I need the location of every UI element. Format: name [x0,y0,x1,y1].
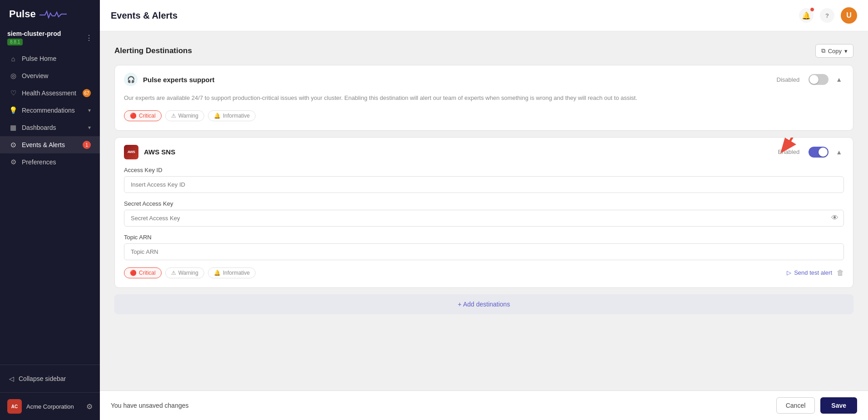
home-icon: ⌂ [9,54,17,63]
cluster-header: siem-cluster-prod 8.8.1 ⋮ [0,26,100,48]
pulse-logo-icon [39,10,67,19]
sidebar-item-pulse-home[interactable]: ⌂ Pulse Home [0,50,100,67]
send-icon: ▷ [787,269,791,276]
company-avatar: AC [7,399,22,414]
collapse-sidebar-button[interactable]: ◁ Collapse sidebar [0,371,100,387]
tag-label: Warning [178,113,198,119]
critical-icon: 🔴 [130,270,137,276]
sidebar-item-label: Overview [22,72,48,79]
tag-label: Critical [139,270,156,276]
user-initial: U [846,11,852,20]
events-alerts-icon: ⊙ [9,141,17,149]
sidebar-item-label: Pulse Home [22,55,56,62]
dest-name: Pulse experts support [143,76,771,84]
alerting-destinations-header: Alerting Destinations ⧉ Copy ▾ [114,44,853,58]
aws-sns-icon: AWS [124,145,138,159]
health-badge: 67 [83,89,91,97]
destination-card-pulse-experts: 🎧 Pulse experts support Disabled ▲ Our e… [114,65,853,131]
critical-icon: 🔴 [130,113,137,119]
tag-informative[interactable]: 🔔 Informative [208,110,256,121]
toggle-password-visibility-icon[interactable]: 👁 [831,214,838,222]
footer-tags: 🔴 Critical ⚠ Warning 🔔 Informative [124,267,256,278]
help-button[interactable]: ? [820,8,834,23]
sidebar-item-label: Dashboards [22,124,56,131]
trash-icon: 🗑 [837,269,844,277]
save-button[interactable]: Save [820,397,857,414]
footer-actions: ▷ Send test alert 🗑 [787,269,844,277]
copy-button[interactable]: ⧉ Copy ▾ [815,44,853,58]
tag-warning[interactable]: ⚠ Warning [165,267,204,278]
cluster-name: siem-cluster-prod [7,30,61,37]
chevron-down-icon: ▾ [88,124,91,131]
tag-label: Informative [223,270,250,276]
destination-card-aws-sns: AWS AWS SNS Enabled ▲ Access Key ID Secr… [114,137,853,288]
tag-label: Critical [139,113,156,119]
collapse-label: Collapse sidebar [19,375,66,382]
dest-description: Our experts are available 24/7 to suppor… [124,94,844,103]
tag-critical[interactable]: 🔴 Critical [124,267,162,278]
sidebar-bottom: ◁ Collapse sidebar [0,365,100,392]
chevron-down-icon: ▾ [88,107,91,114]
main-content: Events & Alerts 🔔 ? U Alerting Destinati… [100,0,868,420]
notifications-button[interactable]: 🔔 [799,8,814,23]
dashboards-icon: ▦ [9,124,17,132]
copy-button-label: Copy [828,48,842,54]
sidebar: Pulse siem-cluster-prod 8.8.1 ⋮ ⌂ Pulse … [0,0,100,420]
sidebar-item-health-assessment[interactable]: ♡ Health Assessment 67 [0,84,100,102]
secret-access-key-input[interactable] [124,210,844,227]
sidebar-item-overview[interactable]: ◎ Overview [0,67,100,84]
enable-toggle-aws-sns[interactable] [809,147,829,158]
alert-tags: 🔴 Critical ⚠ Warning 🔔 Informative [124,110,844,121]
topic-arn-label: Topic ARN [124,234,844,241]
secret-key-wrapper: 👁 [124,210,844,227]
cancel-button[interactable]: Cancel [776,397,815,414]
tag-label: Warning [178,270,198,276]
chevron-down-icon: ▾ [844,48,848,54]
tag-critical[interactable]: 🔴 Critical [124,110,162,121]
save-bar-actions: Cancel Save [776,397,857,414]
cluster-menu-icon[interactable]: ⋮ [85,34,93,42]
sidebar-item-recommendations[interactable]: 💡 Recommendations ▾ [0,102,100,119]
tag-informative[interactable]: 🔔 Informative [208,267,256,278]
secret-access-key-label: Secret Access Key [124,200,844,207]
company-name: Acme Corporation [26,403,82,410]
dest-name: AWS SNS [144,148,772,156]
page-title: Events & Alerts [111,10,178,21]
send-test-label: Send test alert [794,269,832,276]
sidebar-item-label: Recommendations [22,107,75,114]
sidebar-item-label: Preferences [22,158,56,166]
secret-access-key-group: Secret Access Key 👁 [124,200,844,227]
content-area: Alerting Destinations ⧉ Copy ▾ 🎧 Pulse e… [100,31,868,390]
dest-status: Enabled [778,148,799,155]
copy-icon: ⧉ [821,47,825,54]
events-alerts-badge: 1 [83,141,91,149]
collapse-icon: ◁ [9,375,14,382]
sidebar-item-dashboards[interactable]: ▦ Dashboards ▾ [0,119,100,136]
topic-arn-group: Topic ARN [124,234,844,260]
collapse-button[interactable]: ▲ [834,147,844,158]
sidebar-item-label: Health Assessment [22,89,76,97]
card-body: Our experts are available 24/7 to suppor… [115,94,853,130]
access-key-id-input[interactable] [124,176,844,193]
sidebar-item-events-alerts[interactable]: ⊙ Events & Alerts 1 [0,136,100,153]
tag-warning[interactable]: ⚠ Warning [165,110,204,121]
sidebar-item-preferences[interactable]: ⚙ Preferences [0,153,100,171]
pulse-experts-icon: 🎧 [124,73,138,86]
user-avatar[interactable]: U [841,7,857,24]
warning-icon: ⚠ [171,270,176,276]
collapse-button[interactable]: ▲ [834,74,844,85]
enable-toggle-pulse-experts[interactable] [809,74,829,85]
settings-gear-icon[interactable]: ⚙ [86,402,93,411]
topic-arn-input[interactable] [124,243,844,260]
help-icon: ? [825,12,829,19]
send-test-alert-button[interactable]: ▷ Send test alert [787,269,832,276]
avatar-initials: AC [11,404,18,409]
warning-icon: ⚠ [171,113,176,119]
app-name: Pulse [9,8,36,20]
alerting-destinations-title: Alerting Destinations [114,46,192,55]
delete-destination-button[interactable]: 🗑 [837,269,844,277]
add-destinations-button[interactable]: + Add destinations [114,294,853,314]
dest-status: Disabled [777,76,800,83]
card-header: 🎧 Pulse experts support Disabled ▲ [115,65,853,94]
card-body: Access Key ID Secret Access Key 👁 Topic … [115,167,853,287]
